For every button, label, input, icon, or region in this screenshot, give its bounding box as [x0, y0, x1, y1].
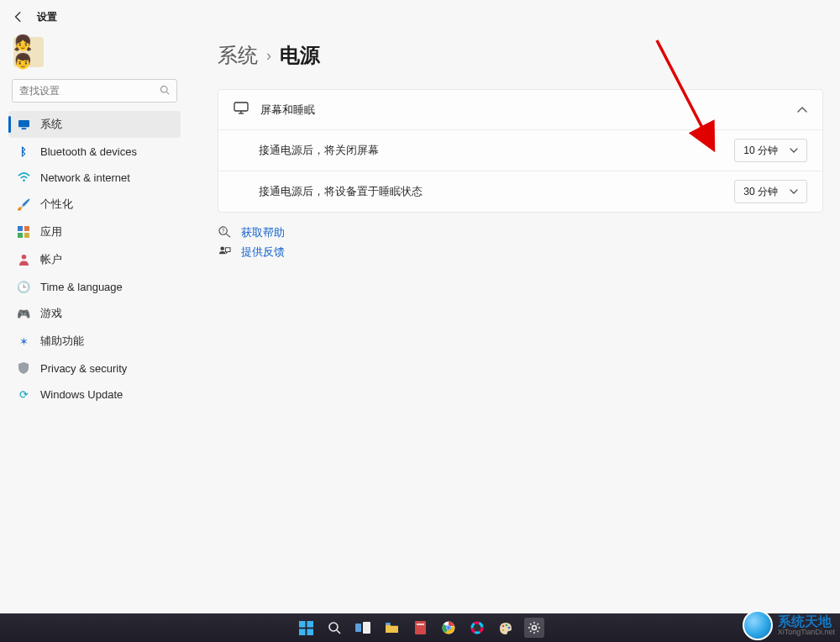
- taskbar-explorer[interactable]: [381, 618, 402, 638]
- svg-line-15: [226, 234, 230, 237]
- update-icon: ⟳: [17, 387, 30, 401]
- svg-rect-28: [417, 624, 424, 625]
- taskbar-app-rainbow[interactable]: [467, 618, 487, 638]
- svg-line-45: [530, 624, 532, 625]
- nav-label: 辅助功能: [40, 334, 84, 349]
- breadcrumb: 系统 › 电源: [218, 42, 823, 69]
- wifi-icon: [17, 171, 30, 184]
- svg-line-46: [538, 631, 539, 633]
- svg-rect-10: [234, 103, 248, 111]
- taskbar-chrome[interactable]: [438, 618, 459, 638]
- monitor-icon: [234, 102, 249, 118]
- breadcrumb-separator: ›: [266, 47, 271, 65]
- nav-label: Time & language: [40, 281, 123, 293]
- taskbar-app-red[interactable]: [410, 618, 430, 638]
- shield-icon: [17, 361, 30, 375]
- svg-rect-19: [307, 621, 313, 628]
- screen-off-label: 接通电源后，将关闭屏幕: [259, 144, 734, 158]
- svg-rect-25: [363, 622, 370, 634]
- select-value: 30 分钟: [743, 185, 778, 199]
- app-title: 设置: [37, 10, 57, 24]
- svg-rect-2: [18, 119, 29, 126]
- screen-off-select[interactable]: 10 分钟: [734, 139, 807, 162]
- nav-label: 系统: [40, 117, 62, 132]
- svg-rect-5: [18, 226, 23, 231]
- svg-rect-3: [21, 128, 26, 129]
- breadcrumb-parent[interactable]: 系统: [218, 42, 258, 69]
- sidebar: 👧👦 系统 ᛒ Bluetooth & devices: [0, 30, 189, 407]
- nav-personalization[interactable]: 🖌️ 个性化: [8, 191, 181, 218]
- nav-label: Network & internet: [40, 171, 130, 184]
- svg-point-16: [220, 246, 224, 250]
- svg-line-23: [337, 630, 340, 634]
- card-title: 屏幕和睡眠: [260, 103, 785, 118]
- nav-label: Privacy & security: [40, 362, 127, 375]
- taskbar-search[interactable]: [324, 618, 344, 638]
- sleep-row: 接通电源后，将设备置于睡眠状态 30 分钟: [218, 171, 822, 212]
- feedback-text: 提供反馈: [241, 245, 285, 260]
- person-icon: [17, 253, 30, 266]
- get-help-link[interactable]: ? 获取帮助: [218, 226, 823, 240]
- svg-point-9: [21, 255, 26, 260]
- card-header[interactable]: 屏幕和睡眠: [218, 90, 822, 129]
- taskbar-paint[interactable]: [496, 618, 516, 638]
- feedback-icon: [218, 245, 231, 260]
- svg-line-1: [166, 92, 169, 94]
- nav-system[interactable]: 系统: [8, 111, 181, 138]
- sleep-label: 接通电源后，将设备置于睡眠状态: [259, 185, 734, 199]
- svg-point-4: [23, 179, 25, 182]
- svg-rect-6: [24, 226, 29, 231]
- user-avatar[interactable]: 👧👦: [13, 37, 44, 67]
- main-content: 系统 › 电源 屏幕和睡眠 接通电源后，将关闭屏幕 10 分钟: [189, 30, 840, 407]
- svg-text:?: ?: [221, 228, 224, 234]
- nav-accessibility[interactable]: ✶ 辅助功能: [8, 328, 181, 355]
- nav-label: Bluetooth & devices: [40, 145, 137, 158]
- svg-rect-24: [355, 624, 361, 632]
- apps-icon: [17, 225, 30, 239]
- screen-sleep-card: 屏幕和睡眠 接通电源后，将关闭屏幕 10 分钟 接通电源后，将设备置于睡眠状态: [218, 89, 823, 213]
- start-button[interactable]: [296, 618, 316, 638]
- search-field[interactable]: [19, 85, 160, 97]
- breadcrumb-current: 电源: [280, 42, 320, 69]
- feedback-link[interactable]: 提供反馈: [218, 245, 823, 260]
- brush-icon: 🖌️: [17, 197, 30, 211]
- taskbar-settings[interactable]: [524, 618, 544, 638]
- svg-point-36: [502, 624, 505, 627]
- nav-label: 个性化: [40, 197, 73, 212]
- sleep-select[interactable]: 30 分钟: [734, 180, 807, 203]
- screen-off-row: 接通电源后，将关闭屏幕 10 分钟: [218, 129, 822, 171]
- svg-point-32: [447, 626, 450, 629]
- get-help-text: 获取帮助: [241, 226, 285, 240]
- nav-privacy[interactable]: Privacy & security: [8, 355, 181, 381]
- nav-label: 应用: [40, 224, 62, 239]
- nav-accounts[interactable]: 帐户: [8, 246, 181, 273]
- nav-time-language[interactable]: 🕒 Time & language: [8, 274, 181, 299]
- search-input[interactable]: [12, 79, 177, 103]
- help-icon: ?: [218, 226, 231, 240]
- chevron-up-icon: [797, 103, 807, 116]
- nav-apps[interactable]: 应用: [8, 218, 181, 245]
- taskbar-taskview[interactable]: [353, 618, 373, 638]
- svg-rect-20: [299, 629, 306, 635]
- svg-rect-8: [24, 233, 29, 238]
- svg-point-38: [508, 626, 511, 629]
- nav-gaming[interactable]: 🎮 游戏: [8, 300, 181, 327]
- help-links: ? 获取帮助 提供反馈: [218, 226, 823, 260]
- nav-windows-update[interactable]: ⟳ Windows Update: [8, 382, 181, 407]
- chevron-down-icon: [790, 145, 798, 156]
- nav-label: 游戏: [40, 306, 62, 321]
- svg-line-47: [530, 631, 532, 633]
- svg-point-0: [161, 86, 168, 92]
- svg-rect-18: [299, 621, 306, 628]
- nav-network[interactable]: Network & internet: [8, 165, 181, 190]
- svg-point-39: [502, 629, 505, 631]
- nav-list: 系统 ᛒ Bluetooth & devices Network & inter…: [8, 111, 181, 407]
- svg-point-40: [533, 626, 537, 630]
- gamepad-icon: 🎮: [17, 307, 30, 320]
- svg-rect-21: [307, 629, 313, 635]
- nav-label: Windows Update: [40, 388, 123, 401]
- back-button[interactable]: [10, 8, 27, 25]
- nav-bluetooth[interactable]: ᛒ Bluetooth & devices: [8, 139, 181, 164]
- clock-icon: 🕒: [17, 280, 30, 293]
- svg-point-22: [329, 623, 338, 631]
